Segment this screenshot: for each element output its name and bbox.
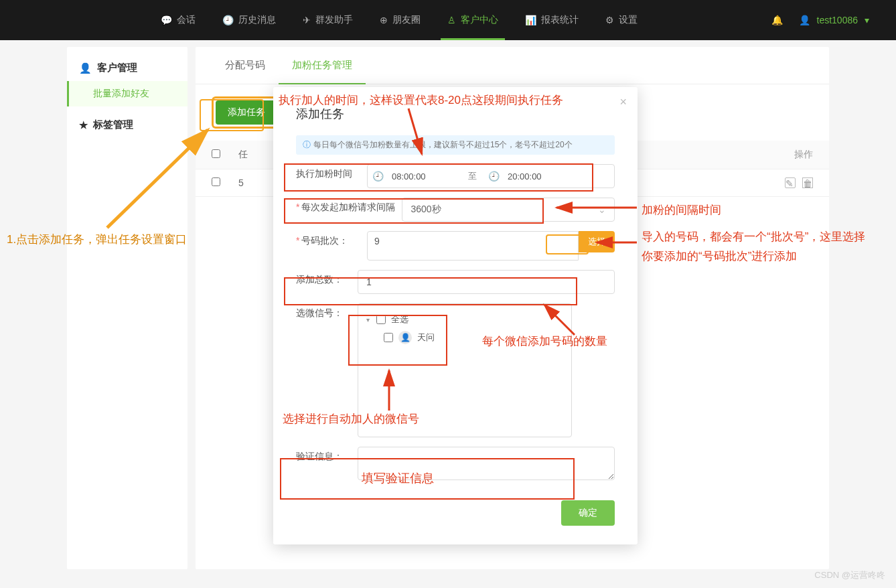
row-batch: *号码批次： 9 选择 (296, 231, 615, 261)
star-icon: ★ (79, 119, 88, 131)
tab-task[interactable]: 加粉任务管理 (279, 47, 366, 84)
select-all-label: 全选 (391, 313, 408, 325)
chevron-down-icon[interactable]: ▾ (366, 316, 370, 323)
nav-history[interactable]: 🕘历史消息 (209, 0, 289, 40)
label-total: 添加总数： (296, 270, 351, 286)
clock-icon: 🕘 (483, 171, 504, 181)
label-time: 执行加粉时间 (296, 164, 360, 180)
info-icon: ⓘ (303, 140, 311, 149)
nav-moments[interactable]: ⊕朋友圈 (366, 0, 434, 40)
chat-icon: 💬 (161, 15, 172, 25)
nav-customer[interactable]: ♙客户中心 (434, 0, 512, 40)
tab-assign[interactable]: 分配号码 (212, 47, 279, 84)
time-from-input[interactable] (388, 171, 461, 181)
sidebar-customers[interactable]: 👤客户管理 (67, 55, 188, 81)
nav-broadcast[interactable]: ✈群发助手 (289, 0, 366, 40)
row-checkbox[interactable] (212, 177, 220, 186)
clock-icon: 🕘 (222, 15, 234, 25)
batch-input[interactable]: 9 (367, 231, 579, 261)
edit-icon[interactable]: ✎ (785, 177, 796, 188)
nav-chat[interactable]: 💬会话 (147, 0, 209, 40)
nav-reports[interactable]: 📊报表统计 (512, 0, 592, 40)
send-icon: ✈ (303, 15, 311, 25)
row-wechat: 选微信号： ▾ 全选 👤 天问 (296, 303, 615, 437)
modal-title: 添加任务 (296, 106, 615, 122)
label-interval: *每次发起加粉请求间隔 (296, 198, 395, 214)
avatar-icon: 👤 (799, 15, 810, 25)
col-ops: 操作 (794, 149, 813, 161)
bell-icon[interactable]: 🔔 (771, 15, 783, 25)
row-interval: *每次发起加粉请求间隔 3600秒⌄ (296, 198, 615, 222)
label-verify: 验证信息： (296, 447, 351, 463)
time-to-input[interactable] (504, 171, 577, 181)
gear-icon: ⚙ (605, 15, 614, 25)
user-icon: ♙ (447, 15, 456, 25)
clock-icon: 🕘 (368, 171, 388, 181)
total-input[interactable] (358, 270, 615, 294)
time-to-label: 至 (461, 170, 483, 182)
chart-icon: 📊 (525, 15, 536, 25)
sidebar-tags[interactable]: ★标签管理 (67, 112, 188, 138)
wechat-box: ▾ 全选 👤 天问 (358, 303, 572, 437)
chevron-down-icon: ⌄ (598, 204, 606, 215)
user-icon: 👤 (79, 62, 92, 74)
wechat-name: 天问 (417, 332, 435, 344)
label-batch: *号码批次： (296, 231, 360, 247)
select-batch-button[interactable]: 选择 (579, 231, 615, 252)
interval-select[interactable]: 3600秒⌄ (402, 198, 615, 222)
add-task-button[interactable]: 添加任务 (216, 100, 277, 125)
label-wechat: 选微信号： (296, 303, 351, 319)
watermark: CSDN @运营咚咚 (814, 569, 885, 581)
ok-button[interactable]: 确定 (561, 500, 615, 526)
add-task-modal: × 添加任务 ⓘ每日每个微信号加粉数量有上限，建议新号不超过15个，老号不超过2… (273, 87, 638, 544)
nav-settings[interactable]: ⚙设置 (592, 0, 651, 40)
select-all-wechat-checkbox[interactable] (376, 315, 386, 324)
avatar-icon: 👤 (398, 331, 412, 344)
verify-input[interactable] (358, 447, 615, 480)
sidebar-item-batchadd[interactable]: 批量添加好友 (67, 81, 188, 106)
row-verify: 验证信息： (296, 447, 615, 480)
wechat-checkbox[interactable] (384, 333, 393, 342)
top-nav: 💬会话 🕘历史消息 ✈群发助手 ⊕朋友圈 ♙客户中心 📊报表统计 ⚙设置 🔔 👤… (0, 0, 896, 40)
moments-icon: ⊕ (380, 15, 388, 25)
tabs: 分配号码 加粉任务管理 (196, 47, 829, 84)
select-all-checkbox[interactable] (212, 149, 220, 158)
sidebar: 👤客户管理 批量添加好友 ★标签管理 (67, 47, 188, 569)
row-total: 添加总数： (296, 270, 615, 294)
chevron-down-icon: ▾ (865, 15, 869, 25)
close-icon[interactable]: × (619, 95, 627, 109)
row-time: 执行加粉时间 🕘 至 🕘 (296, 164, 615, 188)
user-menu[interactable]: 👤test10086▾ (799, 15, 870, 25)
delete-icon[interactable]: 🗑 (802, 177, 813, 188)
info-banner: ⓘ每日每个微信号加粉数量有上限，建议新号不超过15个，老号不超过20个 (296, 135, 615, 155)
